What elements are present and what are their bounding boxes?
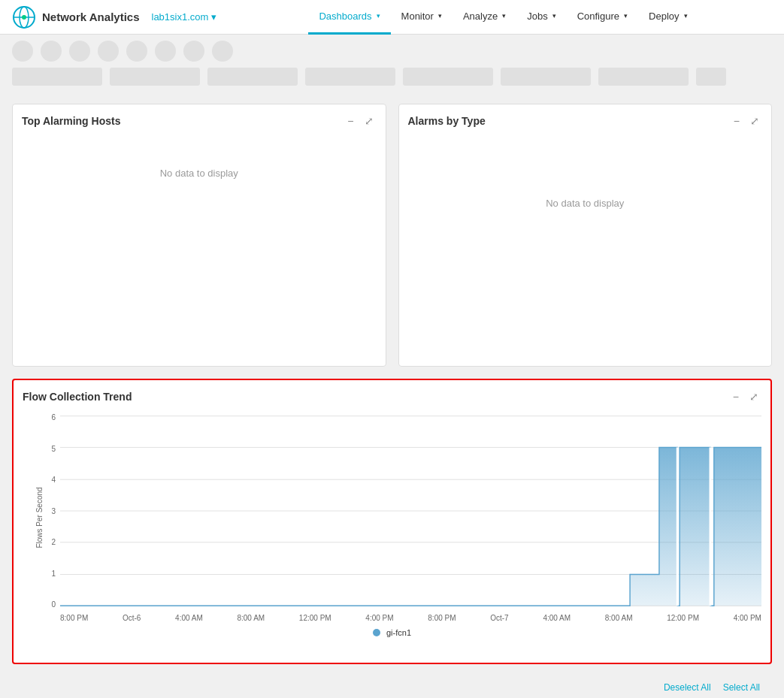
alarming-hosts-actions: − ⤢ bbox=[344, 113, 376, 128]
widget-header-alarms-type: Alarms by Type − ⤢ bbox=[408, 113, 763, 128]
alarming-hosts-minimize[interactable]: − bbox=[344, 113, 356, 128]
monitor-caret: ▾ bbox=[438, 12, 442, 20]
flow-chart-svg bbox=[60, 413, 761, 609]
nav-deploy[interactable]: Deploy▾ bbox=[638, 0, 698, 35]
nav-configure[interactable]: Configure▾ bbox=[567, 0, 638, 35]
flow-trend-title: Flow Collection Trend bbox=[23, 391, 132, 403]
alarms-type-minimize[interactable]: − bbox=[731, 113, 743, 128]
skeleton-icon-1 bbox=[12, 41, 33, 62]
main-nav: Dashboards▾ Monitor▾ Analyze▾ Jobs▾ Conf… bbox=[235, 0, 772, 35]
skeleton-btn-7 bbox=[598, 68, 689, 86]
alarms-by-type-card: Alarms by Type − ⤢ No data to display bbox=[398, 104, 773, 367]
skeleton-icon-2 bbox=[41, 41, 62, 62]
jobs-caret: ▾ bbox=[552, 12, 556, 20]
skeleton-btn-1 bbox=[12, 68, 102, 86]
deploy-caret: ▾ bbox=[684, 12, 688, 20]
nav-monitor[interactable]: Monitor▾ bbox=[391, 0, 453, 35]
widget-header-alarming: Top Alarming Hosts − ⤢ bbox=[22, 113, 377, 128]
analyze-caret: ▾ bbox=[502, 12, 506, 20]
skeleton-icon-4 bbox=[98, 41, 119, 62]
configure-caret: ▾ bbox=[624, 12, 628, 20]
chart-svg-container: 8:00 PM Oct-6 4:00 AM 8:00 AM 12:00 PM 4… bbox=[60, 413, 761, 622]
skeleton-icon-3 bbox=[69, 41, 90, 62]
top-widget-row: Top Alarming Hosts − ⤢ No data to displa… bbox=[12, 104, 772, 367]
legend-label-gi-fcn1: gi-fcn1 bbox=[386, 628, 411, 637]
widget-footer: Deselect All Select All bbox=[12, 676, 772, 698]
legend-dot-gi-fcn1 bbox=[373, 629, 380, 636]
main-content: Top Alarming Hosts − ⤢ No data to displa… bbox=[0, 92, 784, 698]
alarms-type-expand[interactable]: ⤢ bbox=[747, 113, 762, 128]
skeleton-btn-2 bbox=[110, 68, 200, 86]
skeleton-btn-8 bbox=[696, 68, 726, 86]
chart-wrapper: Flows Per Second 0 1 2 3 4 5 6 bbox=[23, 413, 761, 622]
y-axis-container: Flows Per Second 0 1 2 3 4 5 6 bbox=[23, 413, 60, 622]
top-nav: Network Analytics lab1six1.com ▾ Dashboa… bbox=[0, 0, 784, 35]
alarming-hosts-no-data: No data to display bbox=[22, 137, 377, 209]
skeleton-icon-6 bbox=[155, 41, 176, 62]
skeleton-btn-6 bbox=[501, 68, 591, 86]
nav-dashboards[interactable]: Dashboards▾ bbox=[308, 0, 390, 35]
deselect-all-link[interactable]: Deselect All bbox=[664, 682, 711, 693]
flow-collection-trend-card: Flow Collection Trend − ⤢ Flows Per Seco… bbox=[12, 379, 772, 664]
top-alarming-hosts-card: Top Alarming Hosts − ⤢ No data to displa… bbox=[12, 104, 386, 367]
alarming-hosts-expand[interactable]: ⤢ bbox=[362, 113, 377, 128]
flow-trend-header: Flow Collection Trend − ⤢ bbox=[23, 389, 761, 404]
skeleton-icon-5 bbox=[126, 41, 147, 62]
alarms-type-actions: − ⤢ bbox=[731, 113, 762, 128]
dashboards-caret: ▾ bbox=[377, 12, 380, 20]
logo-icon bbox=[12, 5, 36, 29]
select-all-link[interactable]: Select All bbox=[723, 682, 760, 693]
svg-point-3 bbox=[22, 15, 26, 20]
flow-trend-minimize[interactable]: − bbox=[730, 389, 742, 404]
toolbar-row-2 bbox=[0, 62, 784, 92]
alarms-by-type-title: Alarms by Type bbox=[408, 115, 486, 127]
skeleton-icon-7 bbox=[183, 41, 204, 62]
skeleton-btn-5 bbox=[403, 68, 493, 86]
app-logo: Network Analytics bbox=[12, 5, 140, 29]
skeleton-icon-8 bbox=[212, 41, 233, 62]
alarming-hosts-title: Top Alarming Hosts bbox=[22, 115, 120, 127]
toolbar-row bbox=[0, 35, 784, 62]
nav-analyze[interactable]: Analyze▾ bbox=[453, 0, 516, 35]
domain-selector[interactable]: lab1six1.com ▾ bbox=[152, 11, 216, 23]
skeleton-btn-3 bbox=[207, 68, 298, 86]
x-axis-labels: 8:00 PM Oct-6 4:00 AM 8:00 AM 12:00 PM 4… bbox=[60, 614, 761, 622]
y-axis-label: Flows Per Second bbox=[35, 487, 44, 548]
app-name: Network Analytics bbox=[42, 11, 140, 23]
nav-jobs[interactable]: Jobs▾ bbox=[516, 0, 566, 35]
skeleton-btn-4 bbox=[305, 68, 395, 86]
flow-trend-actions: − ⤢ bbox=[730, 389, 761, 404]
chart-legend: gi-fcn1 bbox=[23, 628, 761, 637]
flow-trend-expand[interactable]: ⤢ bbox=[746, 389, 761, 404]
alarms-by-type-no-data: No data to display bbox=[408, 137, 763, 239]
